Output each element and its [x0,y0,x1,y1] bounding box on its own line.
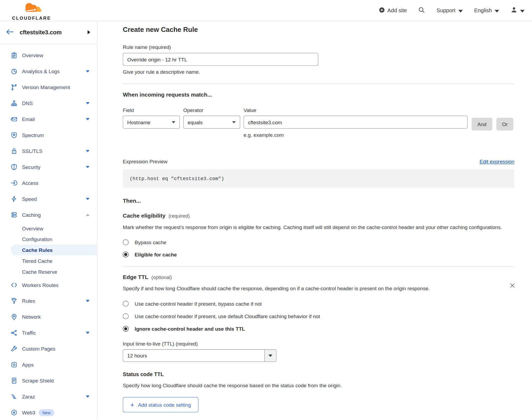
language-menu[interactable]: English [474,7,499,14]
overview-icon [10,52,18,59]
edit-expression-link[interactable]: Edit expression [480,159,514,165]
sidebar-item-speed[interactable]: Speed [0,191,97,207]
ssl-tls-lock-icon [10,147,18,155]
sidebar-item-traffic[interactable]: Traffic [0,325,97,341]
sidebar-subitem-cache-reserve[interactable]: Cache Reserve [0,266,97,277]
network-pin-icon [10,313,18,321]
support-menu[interactable]: Support [436,7,463,14]
workers-routes-icon [10,281,18,289]
sidebar-item-dns[interactable]: DNS [0,95,97,111]
ttl-input-label: Input time-to-live (TTL) (required) [123,341,514,347]
radio-option-label: Bypass cache [135,239,166,245]
cache-eligibility-description: Mark whether the request's response from… [123,223,512,231]
chevron-down-icon [495,8,499,14]
or-button[interactable]: Or [496,118,514,130]
chevron-down-icon [86,395,90,398]
chevron-down-icon [264,350,276,361]
eligible-for-cache-option[interactable]: Eligible for cache [123,252,514,257]
value-input[interactable] [244,116,467,128]
sidebar-item-access[interactable]: Access [0,175,97,191]
sidebar-item-analytics-logs[interactable]: Analytics & Logs [0,63,97,79]
sidebar-item-label: Workers Routes [22,282,59,288]
add-status-code-setting-button[interactable]: + Add status code setting [123,397,199,412]
match-builder: Field Hostname Operator equals Value [123,107,514,138]
sidebar-item-label: Security [22,164,40,170]
radio-unselected-icon [123,301,129,307]
zaraz-icon [10,393,18,400]
sidebar-item-web3[interactable]: Web3 New [0,405,97,420]
caching-icon [10,211,18,219]
search-button[interactable] [419,7,425,14]
status-code-ttl-heading: Status code TTL [123,371,514,377]
sidebar-item-spectrum[interactable]: Spectrum [0,127,97,143]
sidebar-item-workers-routes[interactable]: Workers Routes [0,277,97,293]
back-arrow-icon[interactable] [6,29,14,36]
add-site-button[interactable]: Add site [379,7,407,14]
account-menu[interactable] [511,6,525,15]
chevron-down-icon [232,121,236,123]
sidebar-item-ssl-tls[interactable]: SSL/TLS [0,143,97,159]
expression-preview-box: (http.host eq "cftestsite3.com") [123,169,514,188]
cache-control-bypass-option[interactable]: Use cache-control header if present, byp… [123,301,514,307]
operator-select[interactable]: equals [183,116,240,128]
sidebar-item-overview[interactable]: Overview [0,47,97,63]
field-select[interactable]: Hostname [123,116,180,128]
new-badge: New [39,409,54,416]
and-button[interactable]: And [472,118,492,130]
sidebar-item-security[interactable]: Security [0,159,97,175]
add-status-code-label: Add status code setting [138,402,191,408]
traffic-icon [10,329,18,336]
sidebar-item-label: Custom Pages [22,346,55,352]
sidebar-item-label: Rules [22,298,35,304]
close-icon[interactable] [508,281,517,290]
page-title: Create new Cache Rule [123,26,514,34]
rule-name-label: Rule name (required) [123,44,171,50]
optional-tag: (optional) [151,275,172,280]
divider [123,84,514,84]
sidebar-item-label: Version Management [22,84,70,90]
chevron-down-icon [86,198,90,200]
required-tag: (required) [168,213,190,219]
cache-control-default-option[interactable]: Use cache-control header if present, use… [123,313,514,319]
rule-name-helper: Give your rule a descriptive name. [123,69,514,75]
main-content: Create new Cache Rule Rule name (require… [97,21,532,420]
scrape-shield-doc-icon [10,377,18,384]
sidebar-item-scrape-shield[interactable]: Scrape Shield [0,373,97,389]
security-shield-icon [10,163,18,171]
sidebar-subitem-tiered-cache[interactable]: Tiered Cache [0,255,97,266]
bypass-cache-option[interactable]: Bypass cache [123,239,514,245]
chevron-down-icon [86,332,90,334]
add-site-label: Add site [387,7,407,14]
ignore-cache-control-option[interactable]: Ignore cache-control header and use this… [123,326,514,332]
ttl-select[interactable]: 12 hours [123,349,277,362]
radio-option-label: Ignore cache-control header and use this… [135,326,245,332]
sidebar-item-caching[interactable]: Caching [0,207,97,223]
divider [123,266,514,267]
sidebar-item-label: Caching [22,212,41,218]
sidebar-item-label: Spectrum [22,132,44,138]
chevron-down-icon [458,8,463,14]
sidebar-item-custom-pages[interactable]: Custom Pages [0,341,97,357]
sidebar-item-label: Network [22,314,41,320]
plus-icon: + [130,401,134,408]
user-icon [511,6,517,15]
sidebar-subitem-caching-overview[interactable]: Overview [0,223,97,234]
sidebar-item-apps[interactable]: Apps [0,357,97,373]
rules-filter-icon [10,297,18,305]
site-caret-icon[interactable] [88,30,90,36]
sidebar-subitem-caching-configuration[interactable]: Configuration [0,234,97,244]
cloudflare-logo: CLOUDFLARE [5,0,58,20]
sidebar-item-rules[interactable]: Rules [0,293,97,309]
sidebar-subitem-cache-rules[interactable]: Cache Rules [11,244,97,255]
sidebar-item-version-management[interactable]: Version Management [0,79,97,95]
sidebar-item-email[interactable]: Email [0,111,97,127]
cloudflare-wordmark: CLOUDFLARE [12,16,51,21]
edge-ttl-section: Edge TTL (optional) Specify if and how l… [123,274,514,412]
sidebar-item-zaraz[interactable]: Zaraz [0,389,97,405]
chevron-down-icon [86,70,90,73]
version-management-icon [10,84,18,91]
rule-name-input[interactable] [123,53,318,66]
sidebar-item-network[interactable]: Network [0,309,97,325]
expression-header: Expression Preview Edit expression [123,159,514,165]
support-label: Support [436,7,455,14]
